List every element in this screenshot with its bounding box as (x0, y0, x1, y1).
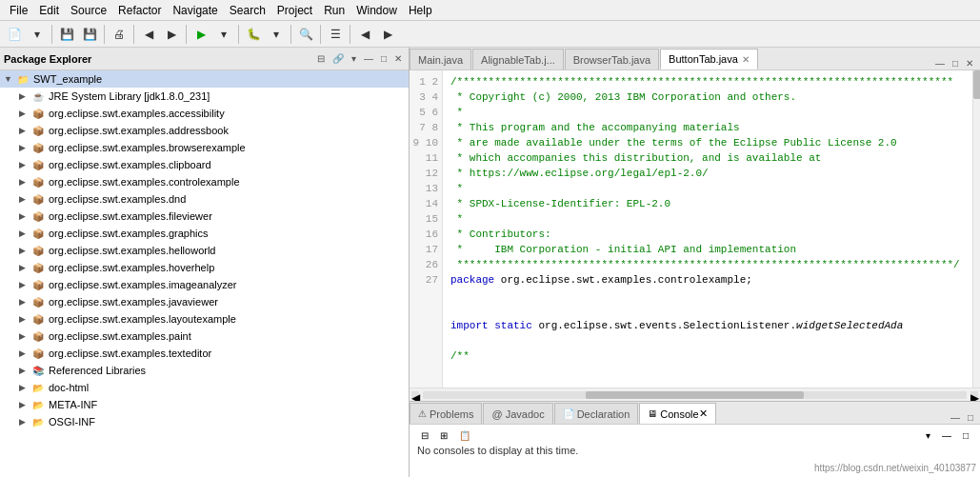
link-editor-btn[interactable]: 🔗 (330, 52, 347, 65)
minimize-btn[interactable]: — (361, 52, 376, 65)
bottom-tab-close-icon[interactable]: ✕ (699, 407, 708, 420)
tree-item[interactable]: ▶📦org.eclipse.swt.examples.browserexampl… (0, 139, 409, 156)
editor-minimize-btn[interactable]: — (932, 57, 948, 70)
tree-arrow-icon[interactable]: ▶ (19, 229, 30, 238)
tree-item[interactable]: ▶📂META-INF (0, 396, 409, 413)
tree-arrow-icon[interactable]: ▶ (19, 246, 30, 255)
new-btn[interactable]: 📄 (4, 24, 25, 45)
menu-help[interactable]: Help (403, 2, 438, 19)
menu-window[interactable]: Window (350, 2, 403, 19)
menu-search[interactable]: Search (224, 2, 271, 19)
tree-item[interactable]: ▶📦org.eclipse.swt.examples.helloworld (0, 242, 409, 259)
bottom-tab-@-javadoc[interactable]: @ Javadoc (483, 403, 552, 424)
maximize-btn[interactable]: □ (378, 52, 390, 65)
tree-item[interactable]: ▶📦org.eclipse.swt.examples.clipboard (0, 156, 409, 173)
tree-arrow-icon[interactable]: ▶ (19, 194, 30, 204)
menu-run[interactable]: Run (318, 2, 350, 19)
menu-refactor[interactable]: Refactor (112, 2, 167, 19)
tree-arrow-icon[interactable]: ▶ (19, 331, 30, 341)
tree-item[interactable]: ▶📦org.eclipse.swt.examples.fileviewer (0, 208, 409, 225)
bottom-tab-console[interactable]: 🖥Console✕ (639, 403, 715, 424)
menubar: File Edit Source Refactor Navigate Searc… (0, 0, 980, 21)
tree-item[interactable]: ▶📦org.eclipse.swt.examples.paint (0, 328, 409, 345)
run-dropdown[interactable]: ▾ (213, 24, 234, 45)
console-open-file-btn[interactable]: 📋 (455, 428, 474, 443)
tree-item[interactable]: ▶📦org.eclipse.swt.examples.addressbook (0, 122, 409, 139)
tree-arrow-icon[interactable]: ▶ (19, 263, 30, 272)
editor-tab-2[interactable]: BrowserTab.java (565, 49, 659, 70)
tree-arrow-icon[interactable]: ▶ (19, 91, 30, 101)
console-minimize-btn[interactable]: — (938, 428, 955, 443)
run-btn[interactable]: ▶ (190, 24, 211, 45)
menu-edit[interactable]: Edit (33, 2, 65, 19)
new-dropdown[interactable]: ▾ (27, 24, 48, 45)
print-btn[interactable]: 🖨 (109, 24, 130, 45)
tree-item[interactable]: ▶📦org.eclipse.swt.examples.dnd (0, 190, 409, 208)
scroll-left-btn[interactable]: ◀ (411, 391, 419, 399)
tree-arrow-icon[interactable]: ▶ (19, 109, 30, 118)
tree-item[interactable]: ▶📦org.eclipse.swt.examples.texteditor (0, 345, 409, 362)
tree-item[interactable]: ▶📦org.eclipse.swt.examples.hoverhelp (0, 259, 409, 276)
tree-arrow-icon[interactable]: ▶ (19, 143, 30, 152)
debug-dropdown[interactable]: ▾ (266, 24, 287, 45)
save-btn[interactable]: 💾 (56, 24, 77, 45)
perspective-btn[interactable]: ☰ (325, 24, 346, 45)
bottom-maximize-btn[interactable]: □ (965, 411, 976, 424)
tree-item[interactable]: ▶📂OSGI-INF (0, 413, 409, 430)
tree-arrow-icon[interactable]: ▶ (19, 126, 30, 135)
view-menu-btn[interactable]: ▾ (349, 52, 359, 65)
tree-arrow-icon[interactable]: ▶ (19, 366, 30, 375)
editor-close-btn[interactable]: ✕ (963, 57, 976, 70)
tree-arrow-icon[interactable]: ▶ (19, 280, 30, 289)
menu-navigate[interactable]: Navigate (167, 2, 223, 19)
tree-arrow-icon[interactable]: ▶ (19, 400, 30, 409)
tree-arrow-icon[interactable]: ▶ (19, 314, 30, 324)
fwd-btn[interactable]: ▶ (377, 24, 398, 45)
code-content[interactable]: /***************************************… (443, 70, 972, 388)
tree-item[interactable]: ▶📦org.eclipse.swt.examples.controlexampl… (0, 173, 409, 190)
editor-tab-3[interactable]: ButtonTab.java✕ (660, 49, 758, 70)
tree-arrow-icon[interactable]: ▶ (19, 417, 30, 427)
v-scrollbar[interactable] (972, 70, 980, 388)
tree-item[interactable]: ▶📦org.eclipse.swt.examples.accessibility (0, 105, 409, 122)
close-pe-btn[interactable]: ✕ (391, 52, 405, 65)
save-all-btn[interactable]: 💾 (79, 24, 100, 45)
scroll-right-btn[interactable]: ▶ (970, 391, 978, 399)
next-edit-btn[interactable]: ▶ (161, 24, 182, 45)
editor-tab-1[interactable]: AlignableTab.j... (472, 49, 564, 70)
tree-arrow-icon[interactable]: ▶ (19, 177, 30, 187)
console-view-menu-btn[interactable]: ▾ (922, 428, 934, 443)
bottom-tab-problems[interactable]: ⚠Problems (410, 403, 482, 424)
console-clear-btn[interactable]: ⊟ (417, 428, 432, 443)
tree-arrow-icon[interactable]: ▶ (19, 160, 30, 169)
menu-project[interactable]: Project (271, 2, 318, 19)
menu-source[interactable]: Source (65, 2, 112, 19)
tree-arrow-icon[interactable]: ▶ (19, 211, 30, 221)
bottom-minimize-btn[interactable]: — (948, 411, 963, 424)
collapse-all-btn[interactable]: ⊟ (314, 52, 328, 65)
tree-item[interactable]: ▶📚Referenced Libraries (0, 362, 409, 379)
debug-btn[interactable]: 🐛 (243, 24, 264, 45)
tree-item[interactable]: ▶📂doc-html (0, 379, 409, 396)
menu-file[interactable]: File (4, 2, 33, 19)
tree-item[interactable]: ▶☕JRE System Library [jdk1.8.0_231] (0, 88, 409, 105)
tree-item[interactable]: ▶📦org.eclipse.swt.examples.imageanalyzer (0, 276, 409, 293)
tree-arrow-icon[interactable]: ▶ (19, 383, 30, 392)
tree-arrow-icon[interactable]: ▶ (19, 348, 30, 358)
console-maximize-btn[interactable]: □ (959, 428, 972, 443)
editor-tab-0[interactable]: Main.java (410, 49, 471, 70)
bottom-tab-declaration[interactable]: 📄Declaration (554, 403, 639, 424)
tree-item[interactable]: ▼📁SWT_example (0, 70, 409, 88)
search-btn[interactable]: 🔍 (295, 24, 316, 45)
console-scroll-lock-btn[interactable]: ⊞ (436, 428, 451, 443)
tree-arrow-icon[interactable]: ▼ (4, 74, 15, 84)
tree-item[interactable]: ▶📦org.eclipse.swt.examples.javaviewer (0, 293, 409, 310)
h-scroll-track[interactable] (423, 391, 967, 399)
tree-arrow-icon[interactable]: ▶ (19, 297, 30, 307)
back-btn[interactable]: ◀ (354, 24, 375, 45)
tree-item[interactable]: ▶📦org.eclipse.swt.examples.layoutexample (0, 310, 409, 328)
editor-tab-close-icon[interactable]: ✕ (742, 54, 750, 65)
prev-edit-btn[interactable]: ◀ (138, 24, 159, 45)
tree-item[interactable]: ▶📦org.eclipse.swt.examples.graphics (0, 225, 409, 242)
editor-maximize-btn[interactable]: □ (950, 57, 961, 70)
